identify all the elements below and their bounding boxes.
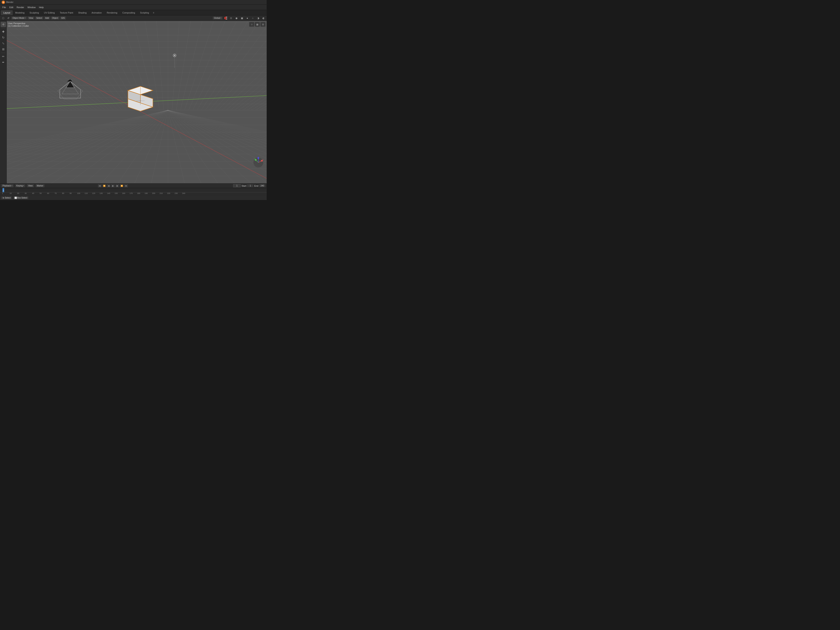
ruler-220: 220 — [167, 192, 175, 194]
viewport-toolbar: ⬡ ↺ Object Mode View Select Add Object G… — [0, 16, 267, 21]
viewport-overlay-buttons: ⊹ ▦ ⊟ — [249, 22, 265, 27]
ruler-40: 40 — [32, 192, 39, 194]
tab-texture-paint[interactable]: Texture Paint — [57, 10, 76, 15]
next-keyframe-btn[interactable]: ⏩ — [120, 184, 123, 188]
shading-solid-icon[interactable]: ● — [245, 16, 249, 20]
main-area: ✛ ✚ ↻ ⤡ ⊞ ✏ ✒ User Perspective (1) Colle… — [0, 21, 267, 183]
ruler-50: 50 — [39, 192, 47, 194]
marker-btn[interactable]: Marker — [36, 184, 44, 187]
menu-window[interactable]: Window — [26, 6, 37, 9]
ruler-100: 100 — [77, 192, 85, 194]
tab-animation[interactable]: Animation — [89, 10, 104, 15]
object-mode-dropdown[interactable]: Object Mode — [11, 16, 27, 20]
ruler-70: 70 — [55, 192, 62, 194]
3d-viewport[interactable]: User Perspective (1) Collection | Cube ⊹… — [7, 21, 267, 183]
ruler-190: 190 — [145, 192, 152, 194]
gis-btn[interactable]: GIS — [60, 16, 66, 20]
ruler-80: 80 — [62, 192, 69, 194]
grid-canvas — [7, 21, 267, 183]
view-btn[interactable]: View — [27, 16, 35, 20]
ruler-30: 30 — [25, 192, 32, 194]
view-dropdown[interactable]: View — [27, 184, 34, 187]
jump-start-btn[interactable]: ⏮ — [98, 184, 102, 188]
viewport-icon-1[interactable]: ⬡ — [1, 16, 5, 20]
ruler-200: 200 — [152, 192, 159, 194]
menu-edit[interactable]: Edit — [8, 6, 15, 9]
start-label: Start — [242, 185, 246, 187]
add-btn[interactable]: Add — [44, 16, 50, 20]
tab-shading[interactable]: Shading — [76, 10, 89, 15]
viewport-overlay-btn-3[interactable]: ⊟ — [261, 22, 265, 27]
ruler-10: 10 — [9, 192, 17, 194]
playback-dropdown[interactable]: Playback — [1, 184, 14, 187]
end-frame-input[interactable] — [259, 185, 265, 187]
menu-file[interactable]: File — [1, 6, 8, 9]
timeline-ruler-svg: 1 — [0, 188, 267, 196]
cursor-tool[interactable]: ✛ — [1, 22, 6, 27]
shading-wire-icon[interactable]: ○ — [250, 16, 255, 20]
viewport-overlay-btn-1[interactable]: ⊹ — [249, 22, 254, 27]
tab-layout[interactable]: Layout — [1, 10, 13, 15]
snap-icon[interactable]: 🧲 — [223, 16, 228, 20]
tab-modeling[interactable]: Modeling — [13, 10, 27, 15]
start-frame-input[interactable] — [247, 185, 253, 187]
menu-help[interactable]: Help — [38, 6, 45, 9]
play-btn[interactable]: ▶ — [111, 184, 115, 188]
tab-compositing[interactable]: Compositing — [120, 10, 137, 15]
proportional-edit-icon[interactable]: ⊙ — [229, 16, 233, 20]
header-global-area: Global 🧲 ⊙ ◉ ▣ ● ○ ◑ ◐ — [213, 16, 266, 20]
timeline-header: Playback Keying View Marker ⏮ ⏪ ◀ ▶ ▶ ⏩ … — [0, 183, 267, 188]
step-back-btn[interactable]: ◀ — [107, 184, 111, 188]
xray-icon[interactable]: ▣ — [240, 16, 244, 20]
viewport-icon-2[interactable]: ↺ — [6, 16, 11, 20]
step-fwd-btn[interactable]: ▶ — [115, 184, 119, 188]
menu-render[interactable]: Render — [15, 6, 25, 9]
rotate-tool[interactable]: ↻ — [1, 35, 6, 40]
prev-keyframe-btn[interactable]: ⏪ — [102, 184, 106, 188]
tab-scripting[interactable]: Scripting — [137, 10, 152, 15]
ruler-160: 160 — [122, 192, 129, 194]
ruler-180: 180 — [137, 192, 145, 194]
ruler-90: 90 — [69, 192, 77, 194]
svg-text:X: X — [262, 159, 264, 160]
tab-sculpting[interactable]: Sculpting — [27, 10, 41, 15]
object-btn[interactable]: Object — [51, 16, 59, 20]
box-select-status-btn[interactable]: ⬜ Box Select — [13, 196, 28, 199]
ruler-20: 20 — [17, 192, 25, 194]
svg-text:Y: Y — [254, 158, 255, 159]
frame-inputs: Start End — [233, 184, 265, 187]
move-tool[interactable]: ✚ — [1, 29, 6, 35]
annotate-tool[interactable]: ✏ — [1, 54, 6, 59]
global-dropdown[interactable]: Global — [213, 16, 223, 20]
ruler-210: 210 — [159, 192, 167, 194]
ruler-240: 240 — [182, 192, 189, 194]
box-select-label: Box Select — [17, 197, 27, 199]
select-status-btn[interactable]: 🖱 Select — [1, 196, 12, 199]
transform-tool[interactable]: ⊞ — [1, 46, 6, 52]
scale-tool[interactable]: ⤡ — [1, 41, 6, 46]
select-btn[interactable]: Select — [35, 16, 43, 20]
overlay-icon[interactable]: ◉ — [234, 16, 239, 20]
add-workspace-button[interactable]: + — [152, 10, 156, 15]
menu-bar: File Edit Render Window Help — [0, 5, 267, 10]
select-label: Select — [5, 197, 11, 199]
status-bar: 🖱 Select ⬜ Box Select — [0, 196, 267, 200]
workspace-tabs: Layout Modeling Sculpting UV Editing Tex… — [0, 10, 267, 16]
ruler-170: 170 — [129, 192, 137, 194]
shading-rendered-icon[interactable]: ◑ — [256, 16, 261, 20]
annotate2-tool[interactable]: ✒ — [1, 60, 6, 65]
timeline-controls: ⏮ ⏪ ◀ ▶ ▶ ⏩ ⏭ — [98, 184, 128, 188]
jump-end-btn[interactable]: ⏭ — [124, 184, 128, 188]
tab-uv-editing[interactable]: UV Editing — [41, 10, 57, 15]
blender-logo-icon: B — [2, 1, 5, 4]
viewport-overlay-btn-2[interactable]: ▦ — [255, 22, 260, 27]
current-frame-input[interactable] — [233, 184, 241, 187]
tab-rendering[interactable]: Rendering — [104, 10, 120, 15]
keying-dropdown[interactable]: Keying — [15, 184, 25, 187]
shading-look-icon[interactable]: ◐ — [261, 16, 266, 20]
timeline-ruler[interactable]: 1 1 10 20 30 40 50 60 70 80 90 100 110 1… — [0, 188, 267, 196]
ruler-60: 60 — [47, 192, 55, 194]
viewport-gizmo[interactable]: X Y Z — [252, 156, 265, 169]
left-toolbar: ✛ ✚ ↻ ⤡ ⊞ ✏ ✒ — [0, 21, 7, 183]
title-bar: B Blender — [0, 0, 267, 5]
